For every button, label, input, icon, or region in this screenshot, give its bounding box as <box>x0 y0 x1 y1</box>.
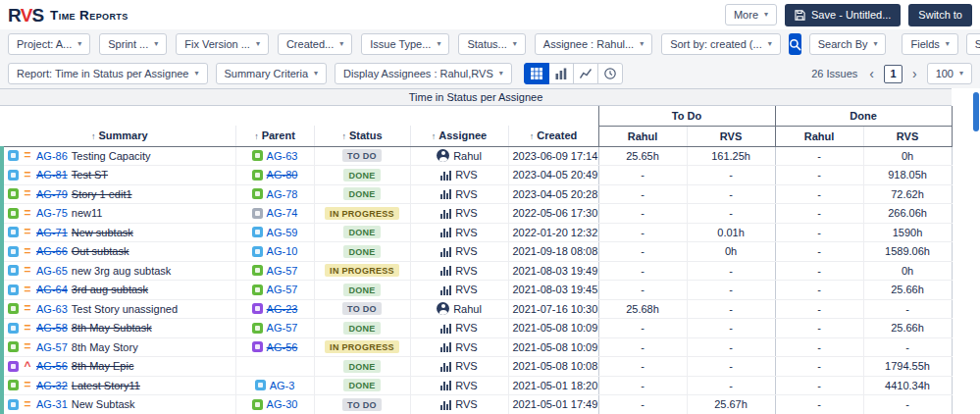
statuses-label: Statuses <box>975 38 980 50</box>
created-cell: 2021-05-01 18:20:45 <box>508 376 598 395</box>
avatar-bar <box>443 267 445 276</box>
assignee-cell: RVS <box>410 337 508 357</box>
summary-line: =AG-31New Subtask <box>8 398 232 410</box>
statuses-dropdown[interactable]: Statuses ▾ <box>966 33 980 55</box>
issue-key-link[interactable]: AG-31 <box>36 398 68 410</box>
parent-key-link[interactable]: AG-56 <box>267 341 298 353</box>
story-issue-type-icon <box>252 323 263 334</box>
summary-line: =AG-75new11 <box>8 207 232 219</box>
summary-criteria-dropdown[interactable]: Summary Criteria ▾ <box>216 63 328 84</box>
column-header-parent-1[interactable]: ↑Parent <box>235 126 314 146</box>
search-by-dropdown[interactable]: Search By ▾ <box>809 33 887 55</box>
issue-summary: Test ST <box>72 169 108 181</box>
row-accent-bar <box>0 146 4 414</box>
filter-dropdown-5[interactable]: Issue Type...▾ <box>361 33 449 55</box>
issue-key-link[interactable]: AG-75 <box>36 207 68 219</box>
issue-key-link[interactable]: AG-56 <box>36 360 68 372</box>
parent-key-link[interactable]: AG-59 <box>267 227 298 238</box>
issue-row: ^AG-568th May EpicDONERVS2021-05-08 10:0… <box>4 357 952 377</box>
issue-summary: 3rd aug subtask <box>72 284 148 295</box>
filter-dropdown-2[interactable]: Sprint ...▾ <box>99 33 167 55</box>
assignee-cell: RVS <box>410 223 508 242</box>
issue-key-link[interactable]: AG-79 <box>36 188 68 200</box>
bar-chart-view-button[interactable] <box>548 63 574 84</box>
filter-dropdown-7[interactable]: Assignee : Rahul...▾ <box>535 33 652 55</box>
next-page-button[interactable]: › <box>910 67 919 80</box>
parent-key-link[interactable]: AG-57 <box>267 322 298 334</box>
assignee-name: RVS <box>455 227 477 238</box>
logo-letter-s: S <box>31 6 43 25</box>
avatar-bar <box>443 248 445 257</box>
filter-dropdown-6[interactable]: Status...▾ <box>458 33 525 55</box>
issue-key-link[interactable]: AG-86 <box>36 150 68 162</box>
column-header-created-4[interactable]: ↑Created <box>508 126 598 146</box>
parent-key-link[interactable]: AG-3 <box>270 380 295 391</box>
issue-key-link[interactable]: AG-66 <box>36 245 68 257</box>
filter-dropdown-1[interactable]: Project: A...▾ <box>8 33 90 55</box>
search-button[interactable] <box>789 33 801 55</box>
vertical-scrollbar[interactable] <box>973 92 979 131</box>
avatar-bar <box>446 251 448 257</box>
issue-row: =AG-75new11AG-74IN PROGRESSRVS2022-05-06… <box>4 204 952 224</box>
clock-view-button[interactable] <box>597 63 623 84</box>
parent-key-link[interactable]: AG-57 <box>267 284 298 295</box>
assignee-line: RVS <box>415 322 504 334</box>
issue-key-link[interactable]: AG-81 <box>36 169 68 181</box>
value-cell: - <box>687 299 775 319</box>
priority-medium-icon: = <box>23 150 32 161</box>
parent-cell <box>235 357 314 377</box>
parent-key-link[interactable]: AG-78 <box>267 188 298 200</box>
parent-key-link[interactable]: AG-30 <box>267 398 298 410</box>
switch-to-button[interactable]: Switch to <box>908 4 972 26</box>
story-issue-type-icon <box>252 150 263 161</box>
column-header-status-2[interactable]: ↑Status <box>314 126 410 146</box>
parent-key-link[interactable]: AG-63 <box>267 150 298 162</box>
priority-medium-icon: = <box>23 265 32 276</box>
avatar-bar <box>443 325 445 334</box>
created-cell: 2023-06-09 17:14:09 <box>508 146 598 166</box>
avatar-bar <box>446 175 448 181</box>
page-size-dropdown[interactable]: 100 ▾ <box>927 63 972 84</box>
fields-dropdown[interactable]: Fields ▾ <box>902 33 957 55</box>
story-issue-type-icon <box>8 380 19 390</box>
created-cell: 2021-09-18 08:08:04 <box>508 242 598 262</box>
line-chart-view-button[interactable] <box>573 63 598 84</box>
report-dropdown[interactable]: Report: Time in Status per Assignee ▾ <box>8 63 208 84</box>
issue-key-link[interactable]: AG-64 <box>36 284 68 295</box>
issue-summary: 8th May Story <box>72 341 138 353</box>
issue-key-link[interactable]: AG-65 <box>36 265 68 277</box>
table-view-button[interactable] <box>524 63 549 84</box>
filter-dropdown-label: Created... <box>286 38 334 50</box>
filter-dropdown-8[interactable]: Sort by: created (...▾ <box>661 33 781 55</box>
status-cell: DONE <box>314 319 410 338</box>
parent-line: AG-57 <box>240 284 310 295</box>
summary-criteria-label: Summary Criteria <box>225 68 309 79</box>
issue-key-link[interactable]: AG-71 <box>36 227 68 238</box>
issue-key-link[interactable]: AG-57 <box>36 341 68 353</box>
topbar-actions: More ▾ Save - Untitled... Switch to <box>725 4 972 26</box>
column-header-assignee-3[interactable]: ↑Assignee <box>410 126 508 146</box>
status-badge: DONE <box>343 379 380 391</box>
save-button[interactable]: Save - Untitled... <box>785 4 901 26</box>
parent-key-link[interactable]: AG-10 <box>267 245 298 257</box>
filter-dropdown-3[interactable]: Fix Version ...▾ <box>176 33 269 55</box>
display-assignees-dropdown[interactable]: Display Assignees : Rahul,RVS ▾ <box>335 63 512 84</box>
column-header-summary-0[interactable]: ↑Summary <box>4 126 235 146</box>
avatar-bar <box>446 289 448 295</box>
prev-page-button[interactable]: ‹ <box>867 67 876 80</box>
parent-key-link[interactable]: AG-57 <box>267 265 298 277</box>
filter-dropdown-4[interactable]: Created...▾ <box>278 33 352 55</box>
more-button[interactable]: More ▾ <box>725 4 777 26</box>
column-header-label: Parent <box>262 129 295 141</box>
issue-key-link[interactable]: AG-63 <box>36 303 68 315</box>
issue-key-link[interactable]: AG-58 <box>36 322 68 334</box>
issue-key-link[interactable]: AG-32 <box>36 380 68 391</box>
parent-key-link[interactable]: AG-74 <box>267 207 298 219</box>
parent-key-link[interactable]: AG-80 <box>267 169 298 181</box>
current-page[interactable]: 1 <box>884 65 903 83</box>
status-cell: IN PROGRESS <box>314 204 410 224</box>
rahul-avatar <box>437 149 449 162</box>
parent-key-link[interactable]: AG-23 <box>267 303 298 315</box>
assignee-name: RVS <box>455 380 477 391</box>
avatar-bar <box>440 329 442 334</box>
